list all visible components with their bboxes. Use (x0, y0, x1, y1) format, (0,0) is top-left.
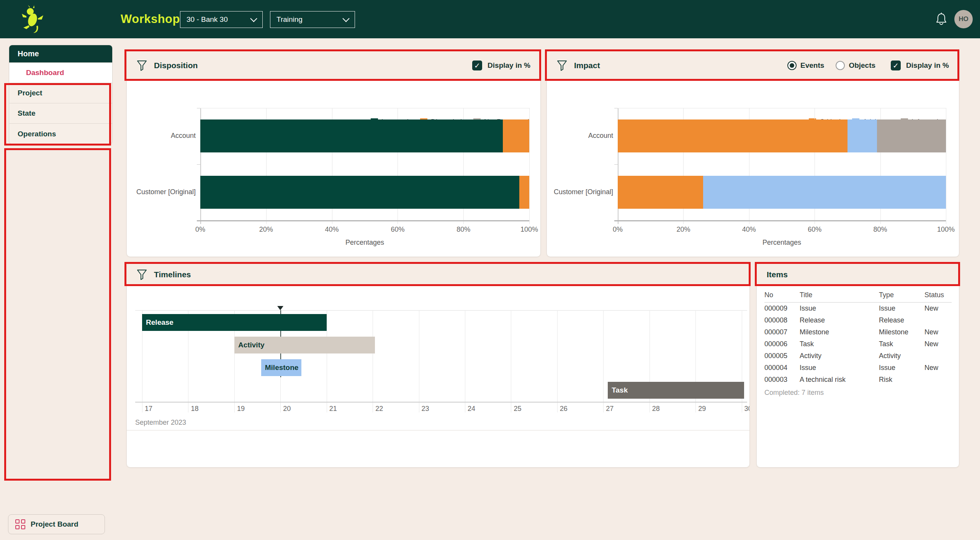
day-label: 30 (744, 405, 750, 413)
panel-title: Disposition (154, 61, 198, 70)
objects-radio[interactable] (836, 61, 845, 70)
axis-tick (197, 164, 200, 165)
day-label: 22 (375, 405, 383, 413)
annotation-box-sidebar-empty (4, 148, 111, 481)
items-table-row[interactable]: 000009IssueIssueNew (764, 303, 952, 314)
display-in-pct-checkbox[interactable]: ✓ (891, 61, 901, 70)
x-tick-label: 100% (937, 226, 955, 234)
day-label: 28 (652, 405, 660, 413)
x-tick-label: 60% (391, 226, 404, 234)
notifications-bell-icon[interactable] (934, 11, 949, 27)
mode-select[interactable]: Training (270, 11, 355, 28)
cell: 000008 (764, 316, 799, 324)
gantt-bar-milestone[interactable]: Milestone (261, 359, 301, 376)
category-label: Account (127, 132, 196, 140)
gantt-bar-task[interactable]: Task (608, 382, 744, 399)
display-in-pct-label: Display in % (906, 61, 949, 70)
cell: New (924, 328, 938, 336)
cell: 000009 (764, 304, 799, 313)
x-axis-title: Percentages (618, 239, 946, 247)
x-axis-title: Percentages (200, 239, 529, 247)
cell: Activity (800, 352, 878, 360)
today-marker-icon (277, 306, 283, 310)
cell: 000007 (764, 328, 799, 336)
filter-icon[interactable] (137, 269, 147, 280)
day-label: 17 (145, 405, 152, 413)
axis-tick (614, 108, 618, 108)
cell: 000006 (764, 340, 799, 348)
disposition-panel: Disposition ✓ Display in % ImportedDisca… (126, 51, 541, 257)
panel-title: Items (767, 270, 788, 279)
plot-top-line (618, 108, 946, 108)
day-gridline (511, 310, 511, 412)
filter-icon[interactable] (137, 60, 147, 71)
column-header-status: Status (924, 291, 944, 299)
day-gridline (373, 310, 373, 412)
gridline (529, 108, 530, 224)
day-gridline (557, 310, 558, 412)
day-gridline (465, 310, 465, 412)
sidebar-item-home[interactable]: Home (9, 45, 112, 63)
impact-header: Impact Events Objects ✓ Display in % (547, 51, 959, 80)
sidebar-item-operations[interactable]: Operations (9, 124, 112, 144)
cell: Issue (800, 304, 878, 313)
gridline (946, 108, 946, 224)
cell: Issue (879, 364, 924, 372)
day-label: 23 (422, 405, 429, 413)
cell: Milestone (879, 328, 924, 336)
sidebar-item-dashboard[interactable]: Dashboard (9, 63, 112, 83)
project-board-button[interactable]: Project Board (8, 514, 105, 534)
display-in-pct-checkbox[interactable]: ✓ (472, 61, 482, 70)
bar-segment-information (877, 119, 946, 152)
items-panel: Items NoTitleTypeStatus000009IssueIssueN… (756, 263, 959, 468)
user-avatar[interactable]: HO (954, 10, 973, 28)
month-label: September 2023 (135, 419, 186, 427)
impact-panel: Impact Events Objects ✓ Display in % Cri… (546, 51, 959, 257)
cell: Task (800, 340, 878, 348)
project-select[interactable]: 30 - Bank 30 (180, 11, 263, 28)
events-radio[interactable] (787, 61, 797, 70)
items-table-row[interactable]: 000007MilestoneMilestoneNew (764, 326, 952, 338)
bar-segment-imported (200, 176, 519, 209)
cell: Release (800, 316, 878, 324)
app-title: Workshop (121, 0, 180, 38)
x-tick-label: 80% (456, 226, 470, 234)
day-label: 21 (329, 405, 337, 413)
x-tick-label: 40% (325, 226, 339, 234)
items-table-row[interactable]: 000008ReleaseRelease (764, 314, 952, 326)
bar-segment-imported (200, 119, 503, 152)
panel-title: Timelines (154, 270, 191, 279)
items-table-row[interactable]: 000006TaskTaskNew (764, 338, 952, 350)
filter-icon[interactable] (557, 60, 567, 71)
bar-segment-discarded (503, 119, 529, 152)
category-label: Customer [Original] (547, 188, 613, 196)
items-table-row[interactable]: 000005ActivityActivity (764, 350, 952, 362)
cell: Milestone (800, 328, 878, 336)
gantt-bar-activity[interactable]: Activity (234, 337, 375, 353)
stacked-bar-account (618, 119, 946, 152)
items-table-row[interactable]: 000003A technical riskRisk (764, 374, 952, 386)
x-tick-label: 0% (613, 226, 623, 234)
timelines-panel: Timelines 1718192021222324252627282930Re… (126, 263, 750, 468)
top-bar: Workshop 30 - Bank 30 Training HO (0, 0, 980, 38)
gantt-bar-release[interactable]: Release (142, 314, 327, 331)
sidebar-item-project[interactable]: Project (9, 83, 112, 103)
events-radio-label: Events (800, 61, 824, 70)
x-tick-label: 20% (259, 226, 273, 234)
day-label: 18 (191, 405, 198, 413)
axis-tick (614, 164, 618, 165)
items-table-row[interactable]: 000004IssueIssueNew (764, 362, 952, 374)
day-label: 29 (698, 405, 706, 413)
gantt-divider (127, 430, 749, 430)
cell: New (924, 340, 938, 348)
cell: A technical risk (800, 376, 878, 384)
day-label: 25 (514, 405, 521, 413)
x-tick-label: 100% (520, 226, 538, 234)
cell: Issue (879, 304, 924, 313)
cell: 000004 (764, 364, 799, 372)
panel-title: Impact (574, 61, 600, 70)
cell: 000003 (764, 376, 799, 384)
cell: New (924, 364, 938, 372)
sidebar-item-state[interactable]: State (9, 103, 112, 124)
axis-tick (197, 108, 200, 108)
